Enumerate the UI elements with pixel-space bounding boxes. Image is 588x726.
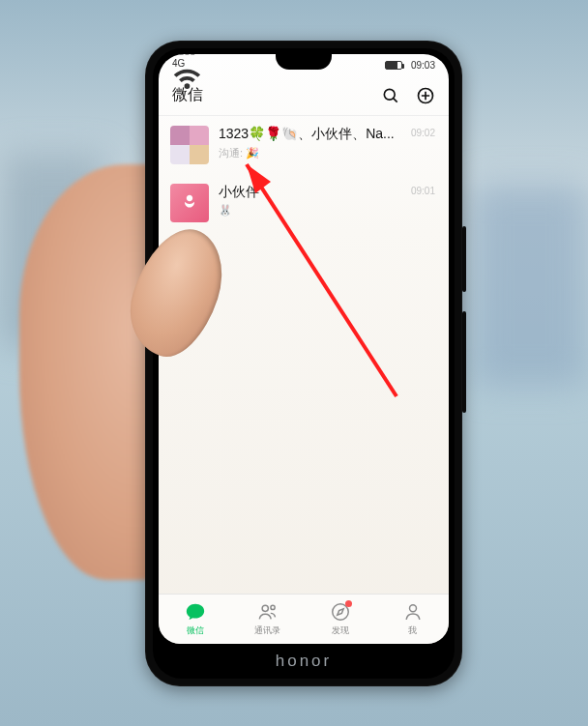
notification-dot [345,600,352,607]
volume-button [462,311,466,413]
display-notch [276,54,332,70]
chat-time: 09:02 [411,128,435,138]
svg-point-6 [270,605,274,609]
tab-label: 我 [408,624,417,637]
tab-label: 发现 [332,624,349,637]
tab-me[interactable]: 我 [376,595,449,644]
chat-row-contact[interactable]: 小伙伴 🐰 09:01 [159,174,449,232]
battery-icon [385,61,402,70]
tab-bar: 微信 通讯录 发现 [159,594,449,644]
tab-label: 通讯录 [254,624,280,637]
contacts-icon [257,601,279,623]
chat-row-group[interactable]: 1323🍀🌹🐚、小伙伴、Na... 沟通: 🎉 09:02 [159,116,449,174]
chat-preview: 🐰 [219,204,435,217]
svg-point-5 [262,605,268,611]
tab-chats[interactable]: 微信 [159,595,231,644]
phone-screen: 4G 09:03 微信 [159,54,449,644]
clock: 09:03 [411,60,435,71]
chat-bubble-icon [185,601,206,623]
phone-brand-label: honor [153,652,455,671]
svg-line-1 [394,98,397,102]
svg-point-7 [332,604,348,621]
app-title: 微信 [172,85,203,105]
svg-point-0 [384,89,395,100]
person-icon [402,601,424,623]
power-button [462,226,466,292]
network-label: 4G [172,58,185,69]
chat-time: 09:01 [411,186,435,196]
tab-discover[interactable]: 发现 [304,595,376,644]
svg-point-8 [409,605,416,612]
contact-avatar [170,184,209,222]
compass-icon [330,601,351,623]
search-icon[interactable] [381,86,400,105]
phone-frame: 4G 09:03 微信 [145,41,462,686]
chat-title: 小伙伴 [219,184,435,201]
group-avatar [170,126,209,164]
tab-label: 微信 [187,624,204,637]
chat-title: 1323🍀🌹🐚、小伙伴、Na... [219,126,435,143]
chat-preview: 沟通: 🎉 [219,146,435,160]
tab-contacts[interactable]: 通讯录 [231,595,304,644]
add-icon[interactable] [416,86,435,105]
